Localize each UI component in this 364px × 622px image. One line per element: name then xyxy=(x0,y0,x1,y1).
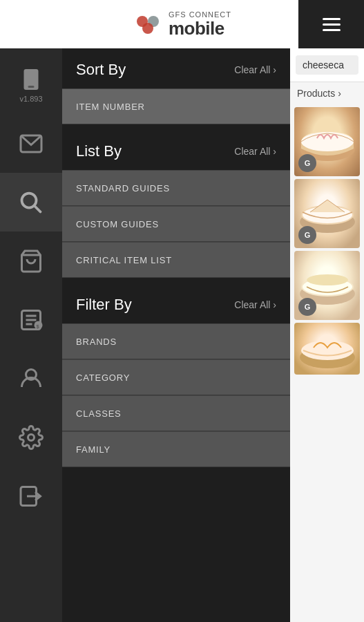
sort-by-title: Sort By xyxy=(76,61,126,79)
product-card-3[interactable]: G xyxy=(294,251,360,320)
hamburger-menu-button[interactable] xyxy=(298,0,364,48)
list-item-custom-guides[interactable]: CUSTOM GUIDES xyxy=(62,206,290,242)
filter-item-brands-label: BRANDS xyxy=(76,337,117,347)
svg-point-2 xyxy=(142,23,153,34)
filter-drawer: Sort By Clear All › ITEM NUMBER List By … xyxy=(62,48,290,622)
account-icon xyxy=(19,366,44,391)
search-input[interactable] xyxy=(296,55,358,75)
logo-bottom: mobile xyxy=(169,19,231,39)
filter-item-classes[interactable]: CLASSES xyxy=(62,395,290,431)
product-badge-2: G xyxy=(298,226,316,244)
orders-icon: $ xyxy=(19,308,44,332)
sort-by-section: Sort By Clear All › ITEM NUMBER xyxy=(62,48,290,124)
product-panel: Products › G G xyxy=(290,48,364,622)
product-badge-1: G xyxy=(298,154,316,172)
list-item-standard-guides[interactable]: STANDARD GUIDES xyxy=(62,170,290,206)
filter-item-brands[interactable]: BRANDS xyxy=(62,323,290,359)
product-card-4[interactable] xyxy=(294,323,360,375)
sidebar-item-orders[interactable]: $ xyxy=(0,290,62,349)
filter-item-family-label: FAMILY xyxy=(76,444,111,455)
list-by-clear-all[interactable]: Clear All › xyxy=(234,146,276,157)
version-label: v1.893 xyxy=(19,95,42,103)
product-image-4 xyxy=(294,323,360,375)
sidebar-item-cart[interactable] xyxy=(0,232,62,290)
sidebar-item-device[interactable]: v1.893 xyxy=(0,55,62,114)
filter-item-category[interactable]: CATEGORY xyxy=(62,359,290,395)
logo-graphic xyxy=(133,9,163,39)
logo-top: GFS CONNECT xyxy=(169,10,231,19)
filter-by-clear-all[interactable]: Clear All › xyxy=(234,299,276,310)
sidebar-item-search[interactable] xyxy=(0,173,62,232)
sort-item-item-number[interactable]: ITEM NUMBER xyxy=(62,88,290,124)
svg-point-16 xyxy=(28,434,35,440)
filter-item-family[interactable]: FAMILY xyxy=(62,431,290,467)
sidebar-item-account[interactable] xyxy=(0,349,62,408)
list-item-custom-guides-label: CUSTOM GUIDES xyxy=(76,219,159,229)
search-bar xyxy=(290,48,364,82)
list-item-standard-guides-label: STANDARD GUIDES xyxy=(76,183,170,194)
sort-item-item-number-label: ITEM NUMBER xyxy=(76,102,145,112)
cake-svg-4 xyxy=(296,323,358,375)
sidebar-item-settings[interactable] xyxy=(0,408,62,466)
filter-by-section: Filter By Clear All › BRANDS CATEGORY CL… xyxy=(62,283,290,467)
list-item-critical-item-list[interactable]: CRITICAL ITEM LIST xyxy=(62,242,290,278)
svg-rect-4 xyxy=(28,86,35,88)
filter-by-title: Filter By xyxy=(76,296,132,314)
filter-item-classes-label: CLASSES xyxy=(76,408,122,419)
sort-by-clear-all[interactable]: Clear All › xyxy=(234,64,276,75)
mail-icon xyxy=(19,131,44,156)
sidebar-item-mail[interactable] xyxy=(0,114,62,173)
list-by-header: List By Clear All › xyxy=(62,130,290,170)
svg-line-7 xyxy=(35,206,40,211)
sidebar-item-logout[interactable] xyxy=(0,466,62,525)
product-card-1[interactable]: G xyxy=(294,107,360,176)
hamburger-icon xyxy=(323,18,341,31)
settings-icon xyxy=(19,425,44,450)
search-icon xyxy=(19,190,44,215)
svg-point-28 xyxy=(307,274,348,285)
logout-icon xyxy=(19,484,44,509)
logo-text: GFS CONNECT mobile xyxy=(169,10,231,39)
products-label: Products › xyxy=(290,82,364,104)
svg-point-30 xyxy=(301,341,354,360)
app-header: GFS CONNECT mobile xyxy=(0,0,364,48)
product-badge-3: G xyxy=(298,298,316,316)
logo: GFS CONNECT mobile xyxy=(133,9,231,39)
list-by-section: List By Clear All › STANDARD GUIDES CUST… xyxy=(62,130,290,278)
cart-icon xyxy=(19,249,44,274)
device-icon xyxy=(19,67,44,92)
list-by-title: List By xyxy=(76,142,122,160)
filter-item-category-label: CATEGORY xyxy=(76,373,130,383)
filter-by-header: Filter By Clear All › xyxy=(62,283,290,323)
product-card-2[interactable]: G xyxy=(294,179,360,248)
sidebar: v1.893 $ xyxy=(0,48,62,622)
list-item-critical-item-list-label: CRITICAL ITEM LIST xyxy=(76,255,172,265)
sort-by-header: Sort By Clear All › xyxy=(62,48,290,88)
